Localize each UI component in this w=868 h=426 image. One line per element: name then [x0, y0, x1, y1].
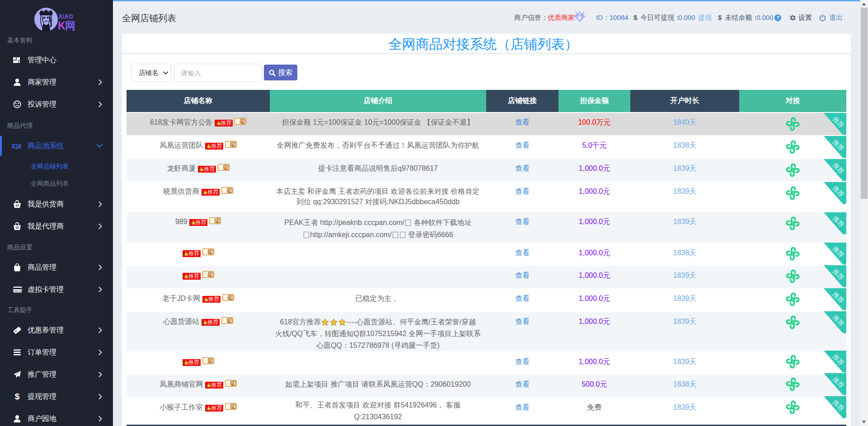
svg-text:网: 网: [65, 20, 75, 32]
svg-text:XIAO: XIAO: [59, 14, 74, 20]
svg-text:K: K: [58, 20, 66, 32]
svg-text:DISC●VER: DISC●VER: [14, 290, 23, 292]
